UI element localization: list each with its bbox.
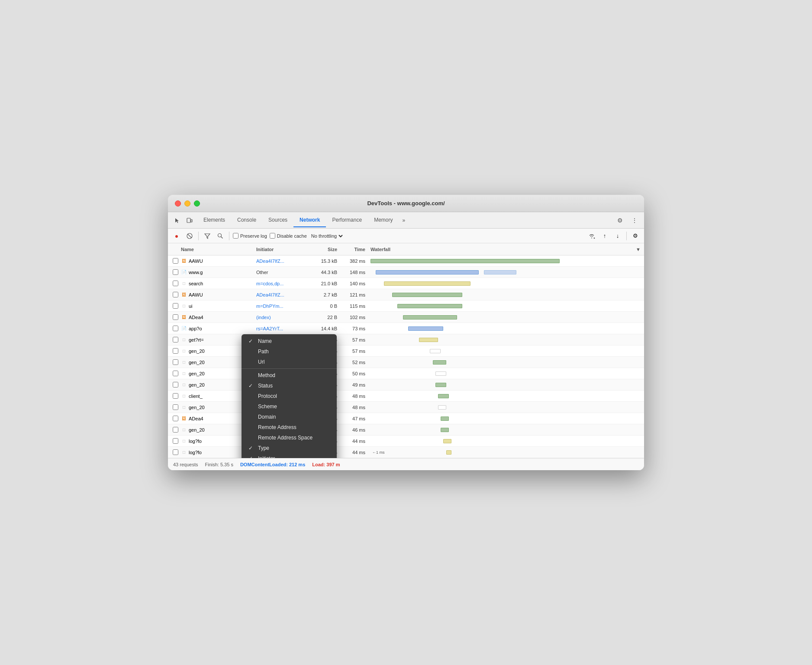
minimize-button[interactable] xyxy=(184,200,190,207)
table-row[interactable]: □search m=cdos,dp... 21.0 kB 140 ms xyxy=(168,278,644,289)
table-header: Name Initiator Size Time Waterfall ▼ xyxy=(168,243,644,255)
menu-item-label: Method xyxy=(258,372,275,378)
table-row[interactable]: 🖼AAWU ADea4I7IfZ... 2.7 kB 121 ms xyxy=(168,289,644,300)
more-tabs-button[interactable]: » xyxy=(399,215,409,226)
search-button[interactable] xyxy=(215,231,226,241)
menu-item-label: Type xyxy=(258,445,269,451)
table-row[interactable]: □gen_20 (index):116 15 B 52 ms xyxy=(168,357,644,368)
table-row[interactable]: 🖼ADea4 app?origin... 22 B 47 ms xyxy=(168,413,644,424)
row-checkbox[interactable] xyxy=(173,314,178,320)
table-row[interactable]: 📄www.g Other 44.3 kB 148 ms xyxy=(168,267,644,278)
status-bar: 43 requests Finish: 5.35 s DOMContentLoa… xyxy=(168,458,644,470)
menu-item-domain[interactable]: ✓ Domain xyxy=(242,412,337,422)
wifi-icon-btn[interactable] xyxy=(586,231,597,241)
menu-item-name[interactable]: ✓ Name xyxy=(242,336,337,346)
row-checkbox[interactable] xyxy=(173,269,178,275)
menu-item-scheme[interactable]: ✓ Scheme xyxy=(242,401,337,412)
row-checkbox[interactable] xyxy=(173,371,178,376)
toolbar-sep-1 xyxy=(198,232,199,240)
cursor-icon[interactable] xyxy=(171,214,184,226)
row-time: 44 ms xyxy=(339,450,367,455)
row-checkbox[interactable] xyxy=(173,303,178,309)
row-checkbox[interactable] xyxy=(173,292,178,297)
svg-point-5 xyxy=(218,233,222,237)
preserve-log-label[interactable]: Preserve log xyxy=(233,233,267,239)
upload-icon-btn[interactable]: ↑ xyxy=(599,231,610,241)
tab-console[interactable]: Console xyxy=(231,213,262,227)
row-initiator: rs=AA2YrT... xyxy=(255,326,311,331)
table-row[interactable]: □gen_20 (index):12 14 B 50 ms xyxy=(168,368,644,379)
row-checkbox[interactable] xyxy=(173,337,178,342)
th-time: Time xyxy=(339,247,367,252)
row-checkbox[interactable] xyxy=(173,438,178,444)
kebab-menu-btn[interactable]: ⋮ xyxy=(628,214,641,226)
record-button[interactable]: ● xyxy=(171,231,182,241)
throttle-select[interactable]: No throttling xyxy=(309,233,344,239)
table-row[interactable]: □gen_20 (index):215 14 B 48 ms xyxy=(168,402,644,413)
tab-network[interactable]: Network xyxy=(293,213,326,227)
waterfall-dropdown-icon[interactable]: ▼ xyxy=(636,247,641,252)
table-row[interactable]: □ui m=DhPYm... 0 B 115 ms xyxy=(168,300,644,312)
preserve-log-checkbox[interactable] xyxy=(233,233,238,239)
network-settings-btn[interactable]: ⚙ xyxy=(630,231,641,241)
table-row[interactable]: □gen_20 (index):116 15 B 49 ms xyxy=(168,379,644,391)
devtools-tabs-bar: Elements Console Sources Network Perform… xyxy=(168,212,644,229)
row-name: AAWU xyxy=(189,292,203,297)
row-checkbox[interactable] xyxy=(173,348,178,354)
menu-item-initiator[interactable]: ✓ Initiator xyxy=(242,453,337,458)
table-row[interactable]: 🖼AAWU ADea4I7IfZ... 15.3 kB 382 ms xyxy=(168,255,644,267)
tab-performance[interactable]: Performance xyxy=(326,213,368,227)
device-icon[interactable] xyxy=(184,214,196,226)
menu-item-url[interactable]: ✓ Url xyxy=(242,357,337,367)
table-row[interactable]: 🖼ADea4 (index) 22 B 102 ms xyxy=(168,312,644,323)
table-row[interactable]: □client_ (index):3 18 B 48 ms xyxy=(168,391,644,402)
row-checkbox[interactable] xyxy=(173,382,178,387)
table-row[interactable]: □get?rt= rs=AA2YrT... 14.8 kB 57 ms xyxy=(168,334,644,345)
settings-icon-btn[interactable]: ⚙ xyxy=(614,214,626,226)
clear-button[interactable] xyxy=(184,231,195,241)
row-name: gen_20 xyxy=(189,371,205,376)
row-checkbox[interactable] xyxy=(173,416,178,421)
menu-item-status[interactable]: ✓ Status xyxy=(242,381,337,391)
check-icon: ✓ xyxy=(248,455,255,458)
table-row[interactable]: □log?fo 70 B 44 ms ←1 ms xyxy=(168,447,644,458)
maximize-button[interactable] xyxy=(194,200,200,207)
menu-item-path[interactable]: ✓ Path xyxy=(242,346,337,357)
menu-item-label: Name xyxy=(258,338,272,344)
disable-cache-checkbox[interactable] xyxy=(270,233,275,239)
menu-item-label: Remote Address Space xyxy=(258,435,313,441)
menu-item-type[interactable]: ✓ Type xyxy=(242,443,337,453)
svg-rect-1 xyxy=(191,220,192,222)
tab-sources[interactable]: Sources xyxy=(262,213,293,227)
row-checkbox[interactable] xyxy=(173,359,178,365)
row-name: gen_20 xyxy=(189,382,205,387)
row-checkbox[interactable] xyxy=(173,427,178,433)
disable-cache-label[interactable]: Disable cache xyxy=(270,233,307,239)
svg-line-6 xyxy=(221,236,223,238)
table-row[interactable]: 📄app?o rs=AA2YrT... 14.4 kB 73 ms xyxy=(168,323,644,334)
table-row[interactable]: □log?fo 70 B 44 ms xyxy=(168,436,644,447)
row-checkbox[interactable] xyxy=(173,393,178,399)
row-size: 0 B xyxy=(311,303,339,309)
menu-item-method[interactable]: ✓ Method xyxy=(242,370,337,381)
menu-item-remote-address-space[interactable]: ✓ Remote Address Space xyxy=(242,433,337,443)
download-icon-btn[interactable]: ↓ xyxy=(612,231,623,241)
tab-memory[interactable]: Memory xyxy=(368,213,399,227)
row-initiator: m=cdos,dp... xyxy=(255,281,311,286)
tab-elements[interactable]: Elements xyxy=(197,213,231,227)
filter-button[interactable] xyxy=(202,231,213,241)
row-checkbox[interactable] xyxy=(173,404,178,410)
row-time: 73 ms xyxy=(339,326,367,331)
row-checkbox[interactable] xyxy=(173,281,178,286)
table-row[interactable]: □gen_20 14 B 46 ms xyxy=(168,424,644,436)
row-checkbox[interactable] xyxy=(173,326,178,331)
menu-item-protocol[interactable]: ✓ Protocol xyxy=(242,391,337,401)
table-row[interactable]: □gen_20 m=cdos,dp... 14 B 57 ms xyxy=(168,345,644,357)
close-button[interactable] xyxy=(175,200,181,207)
menu-item-label: Status xyxy=(258,383,273,389)
row-checkbox[interactable] xyxy=(173,258,178,264)
row-time: 148 ms xyxy=(339,270,367,275)
window-title: DevTools - www.google.com/ xyxy=(367,200,445,207)
row-checkbox[interactable] xyxy=(173,449,178,455)
menu-item-remote-address[interactable]: ✓ Remote Address xyxy=(242,422,337,433)
